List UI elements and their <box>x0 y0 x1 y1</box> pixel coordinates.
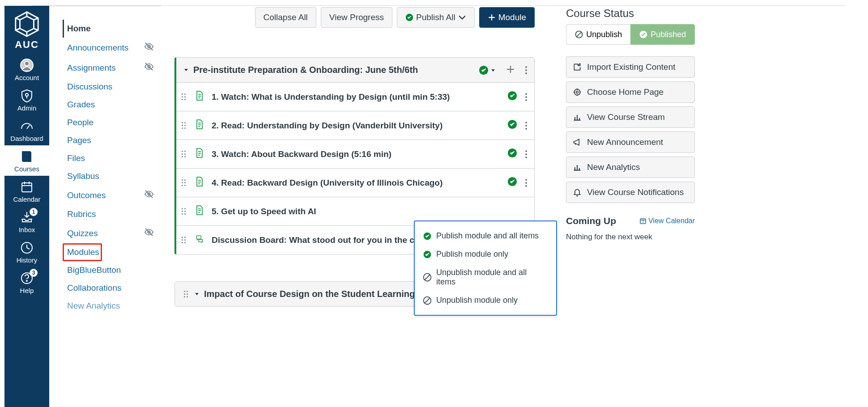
item-options-button[interactable] <box>525 93 527 101</box>
target-icon <box>573 88 582 97</box>
svg-rect-13 <box>22 183 32 192</box>
check-circle-icon <box>479 65 489 75</box>
page-icon <box>196 119 204 131</box>
calendar-icon <box>20 180 34 194</box>
plus-icon <box>488 13 496 21</box>
module-publish-status-button[interactable] <box>479 65 496 75</box>
course-nav-rubrics[interactable]: Rubrics <box>63 205 157 223</box>
global-nav-calendar[interactable]: Calendar <box>4 176 49 206</box>
eye-off-icon <box>144 42 154 54</box>
import-existing-content-button[interactable]: Import Existing Content <box>566 56 695 78</box>
svg-point-9 <box>25 61 29 66</box>
view-course-notifications-button[interactable]: View Course Notifications <box>566 182 695 203</box>
side-actions: Import Existing Content Choose Home Page… <box>566 56 695 203</box>
global-nav-courses-label: Courses <box>14 165 39 173</box>
publish-dropdown-menu: Publish module and all items Publish mod… <box>414 220 557 316</box>
course-nav-announcements[interactable]: Announcements <box>63 38 157 58</box>
item-options-button[interactable] <box>525 150 527 158</box>
publish-module-only[interactable]: Publish module only <box>417 245 554 263</box>
course-nav-files[interactable]: Files <box>63 149 157 167</box>
course-nav-quizzes[interactable]: Quizzes <box>63 223 157 243</box>
add-module-button[interactable]: Module <box>479 7 535 28</box>
publish-all-button[interactable]: Publish All <box>397 7 475 28</box>
svg-text:3: 3 <box>642 220 644 223</box>
course-nav-people[interactable]: People <box>63 114 157 131</box>
published-status-icon[interactable] <box>507 177 517 189</box>
course-nav-collaborations[interactable]: Collaborations <box>63 279 157 297</box>
calendar-icon: 3 <box>639 217 647 225</box>
svg-point-72 <box>574 89 580 95</box>
course-nav-bigbluebutton[interactable]: BigBlueButton <box>63 261 157 279</box>
global-nav-account[interactable]: Account <box>4 54 49 85</box>
view-progress-button[interactable]: View Progress <box>321 7 392 28</box>
global-nav-help[interactable]: 3 Help <box>4 267 49 297</box>
module-options-button[interactable] <box>525 66 527 74</box>
shield-icon <box>20 89 34 103</box>
drag-handle-icon[interactable] <box>182 151 186 157</box>
published-status-icon[interactable] <box>507 119 517 131</box>
global-nav-history[interactable]: History <box>4 237 49 267</box>
drag-handle-icon[interactable] <box>182 179 186 186</box>
collapse-all-button[interactable]: Collapse All <box>255 7 316 28</box>
svg-line-66 <box>425 275 430 280</box>
course-nav-pages[interactable]: Pages <box>63 131 157 149</box>
bar-chart-icon <box>573 113 582 122</box>
course-nav-syllabus[interactable]: Syllabus <box>63 167 157 185</box>
page-icon <box>196 177 204 189</box>
course-nav-discussions[interactable]: Discussions <box>63 78 157 96</box>
global-nav-inbox-label: Inbox <box>19 226 35 233</box>
clock-icon <box>20 241 34 255</box>
drag-handle-icon[interactable] <box>182 208 186 215</box>
module-item[interactable]: 2. Read: Understanding by Design (Vander… <box>176 111 534 140</box>
gauge-icon <box>20 119 34 133</box>
module-item[interactable]: 1. Watch: What is Understanding by Desig… <box>176 83 534 111</box>
chevron-down-icon <box>458 13 466 21</box>
drag-handle-icon[interactable] <box>182 93 186 100</box>
unpublish-module-only[interactable]: Unpublish module only <box>417 291 554 309</box>
caret-down-icon[interactable] <box>194 290 200 298</box>
module-item[interactable]: 4. Read: Backward Design (University of … <box>176 169 534 197</box>
module-item[interactable]: 3. Watch: About Backward Design (5:16 mi… <box>176 140 534 169</box>
page-icon <box>196 91 204 103</box>
global-nav-inbox[interactable]: 1 Inbox <box>4 206 49 237</box>
svg-line-12 <box>27 125 30 129</box>
new-analytics-button[interactable]: New Analytics <box>566 157 695 178</box>
item-options-button[interactable] <box>525 179 527 187</box>
view-calendar-link[interactable]: 3 View Calendar <box>639 217 695 225</box>
add-item-button[interactable] <box>506 65 515 75</box>
import-icon <box>573 63 582 72</box>
caret-down-icon[interactable] <box>183 66 189 74</box>
module-header[interactable]: Pre-institute Preparation & Onboarding: … <box>176 58 534 83</box>
user-circle-icon <box>20 58 34 72</box>
drag-handle-icon[interactable] <box>184 291 188 297</box>
course-nav-new-analytics[interactable]: New Analytics <box>63 297 157 315</box>
eye-off-icon <box>144 62 154 74</box>
published-status-icon[interactable] <box>507 148 517 160</box>
course-nav-modules[interactable]: Modules <box>63 243 102 261</box>
drag-handle-icon[interactable] <box>182 237 186 243</box>
coming-up-heading: Coming Up <box>566 216 616 226</box>
course-nav-home[interactable]: Home <box>63 20 157 38</box>
course-nav-assignments[interactable]: Assignments <box>63 58 157 78</box>
unpublish-module-and-items[interactable]: Unpublish module and all items <box>417 263 554 291</box>
published-button[interactable]: Published <box>630 24 695 45</box>
item-options-button[interactable] <box>525 122 527 130</box>
discussion-icon <box>196 234 204 246</box>
coming-up: Coming Up 3 View Calendar <box>566 216 695 226</box>
global-nav-admin[interactable]: Admin <box>4 85 49 115</box>
modules-toolbar: Collapse All View Progress Publish All M… <box>174 7 535 28</box>
choose-home-page-button[interactable]: Choose Home Page <box>566 81 695 103</box>
brand-logo-icon <box>13 10 41 38</box>
global-nav-dashboard[interactable]: Dashboard <box>4 115 49 145</box>
published-status-icon[interactable] <box>507 91 517 103</box>
check-circle-icon <box>405 13 413 21</box>
course-nav-outcomes[interactable]: Outcomes <box>63 185 157 205</box>
global-nav-courses[interactable]: Courses <box>4 145 49 176</box>
course-nav-grades[interactable]: Grades <box>63 96 157 114</box>
drag-handle-icon[interactable] <box>182 122 186 129</box>
publish-module-and-items[interactable]: Publish module and all items <box>417 227 554 245</box>
unpublish-button[interactable]: Unpublish <box>566 24 630 45</box>
view-course-stream-button[interactable]: View Course Stream <box>566 106 695 128</box>
publish-toggle: Unpublish Published <box>566 24 695 45</box>
new-announcement-button[interactable]: New Announcement <box>566 131 695 153</box>
